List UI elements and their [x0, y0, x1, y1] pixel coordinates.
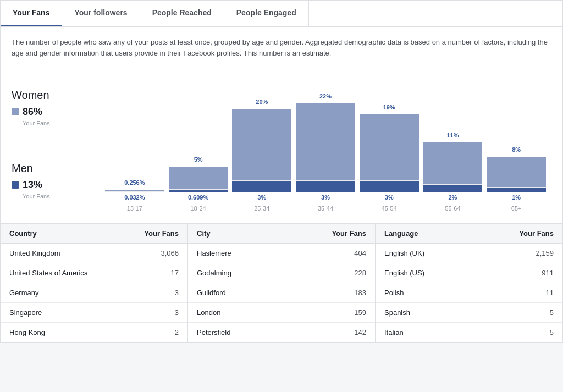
- women-pct: 86%: [12, 106, 100, 118]
- table-row: Polish11: [376, 283, 562, 303]
- bar-group: 20%3%25-34: [232, 98, 291, 212]
- country-table-header: Country Your Fans: [1, 224, 187, 244]
- women-label: Women: [12, 89, 100, 102]
- women-pct-label: 8%: [512, 146, 521, 155]
- table-cell-value: 159: [354, 308, 366, 317]
- table-cell-name: English (US): [384, 269, 424, 277]
- table-cell-value: 183: [354, 289, 366, 297]
- table-cell-value: 3: [175, 289, 179, 297]
- table-cell-name: English (UK): [384, 249, 424, 257]
- women-pct-label: 20%: [256, 98, 268, 107]
- table-row: Godalming228: [188, 263, 375, 283]
- table-cell-value: 228: [354, 269, 366, 277]
- table-cell-value: 911: [542, 269, 554, 277]
- men-pct-label: 0.032%: [124, 194, 145, 203]
- women-bar: [360, 114, 419, 180]
- men-pct-label: 2%: [449, 194, 457, 203]
- women-bar: [232, 109, 291, 180]
- table-cell-value: 2: [175, 328, 179, 336]
- table-cell-value: 142: [354, 328, 366, 336]
- tab-people-engaged[interactable]: People Engaged: [224, 1, 309, 26]
- bar-group: 8%1%65+: [487, 146, 546, 212]
- country-rows: United Kingdom3,066United States of Amer…: [1, 244, 187, 342]
- women-pct-label: 22%: [319, 93, 332, 102]
- table-row: United States of America17: [1, 263, 187, 283]
- table-cell-value: 3: [175, 308, 179, 317]
- men-pct-label: 3%: [321, 194, 330, 203]
- men-pct: 13%: [12, 179, 100, 191]
- table-cell-value: 404: [354, 249, 366, 257]
- city-table-header: City Your Fans: [188, 224, 375, 244]
- table-cell-name: Guildford: [197, 289, 226, 297]
- city-col1-header: City: [197, 229, 211, 238]
- bar-group: 0.256%0.032%13-17: [105, 179, 164, 212]
- table-row: United Kingdom3,066: [1, 244, 187, 263]
- women-pct-label: 5%: [194, 156, 203, 165]
- table-cell-value: 17: [171, 269, 179, 277]
- men-bar: [105, 192, 164, 192]
- bar-group: 5%0.609%18-24: [169, 156, 228, 212]
- men-pct-label: 3%: [385, 194, 394, 203]
- women-bar: [487, 157, 546, 187]
- tab-your-followers[interactable]: Your followers: [62, 1, 140, 26]
- table-cell-value: 5: [550, 308, 554, 317]
- bar-group: 11%2%55-64: [423, 132, 483, 212]
- bar-chart: 0.256%0.032%13-175%0.609%18-2420%3%25-34…: [100, 76, 551, 212]
- tables-section: Country Your Fans United Kingdom3,066Uni…: [1, 223, 562, 342]
- language-col1-header: Language: [384, 229, 418, 238]
- table-cell-name: United Kingdom: [9, 249, 60, 257]
- tab-people-reached[interactable]: People Reached: [140, 1, 224, 26]
- men-label: Men: [12, 162, 100, 175]
- men-bar: [423, 185, 483, 192]
- table-row: London159: [188, 303, 375, 323]
- language-col2-header: Your Fans: [519, 229, 554, 238]
- table-cell-name: United States of America: [9, 269, 88, 277]
- men-sub: Your Fans: [23, 193, 100, 200]
- women-bar: [169, 167, 228, 189]
- table-cell-value: 11: [546, 289, 554, 297]
- description-text: The number of people who saw any of your…: [1, 27, 562, 65]
- table-row: Haslemere404: [188, 244, 375, 263]
- table-cell-value: 2,159: [536, 249, 554, 257]
- table-row: Guildford183: [188, 283, 375, 303]
- age-label: 18-24: [191, 205, 206, 212]
- men-percentage: 13%: [23, 179, 42, 191]
- table-row: Hong Kong2: [1, 323, 187, 342]
- table-cell-name: Singapore: [9, 308, 42, 317]
- bar-group: 22%3%35-44: [296, 93, 355, 212]
- women-bar: [423, 142, 483, 184]
- men-bar: [169, 190, 228, 192]
- men-pct-label: 1%: [512, 194, 521, 203]
- men-legend: Men 13% Your Fans: [12, 162, 100, 200]
- table-cell-name: Germany: [9, 289, 38, 297]
- city-col2-header: Your Fans: [332, 229, 366, 238]
- women-pct-label: 0.256%: [124, 179, 145, 188]
- country-table: Country Your Fans United Kingdom3,066Uni…: [1, 224, 188, 342]
- chart-legend: Women 86% Your Fans Men 13% Your Fans: [12, 76, 100, 212]
- table-cell-value: 5: [550, 328, 554, 336]
- women-sub: Your Fans: [23, 120, 100, 126]
- men-bar: [360, 181, 419, 192]
- age-label: 45-54: [382, 205, 397, 212]
- chart-section: Women 86% Your Fans Men 13% Your Fans 0.…: [1, 65, 562, 223]
- table-row: Germany3: [1, 283, 187, 303]
- table-row: English (UK)2,159: [376, 244, 562, 263]
- tab-your-fans[interactable]: Your Fans: [1, 1, 62, 26]
- men-swatch: [12, 181, 19, 189]
- tabs: Your Fans Your followers People Reached …: [1, 1, 562, 27]
- table-cell-value: 3,066: [161, 249, 179, 257]
- city-rows: Haslemere404Godalming228Guildford183Lond…: [188, 244, 375, 342]
- bars-wrapper: 0.256%0.032%13-175%0.609%18-2420%3%25-34…: [100, 76, 551, 212]
- men-pct-label: 3%: [257, 194, 266, 203]
- language-table-header: Language Your Fans: [376, 224, 562, 244]
- language-rows: English (UK)2,159English (US)911Polish11…: [376, 244, 562, 342]
- table-row: Petersfield142: [188, 323, 375, 342]
- city-table: City Your Fans Haslemere404Godalming228G…: [188, 224, 376, 342]
- women-legend: Women 86% Your Fans: [12, 89, 100, 126]
- age-label: 13-17: [127, 205, 142, 212]
- table-row: English (US)911: [376, 263, 562, 283]
- table-cell-name: Petersfield: [197, 328, 230, 336]
- table-cell-name: Haslemere: [197, 249, 231, 257]
- table-cell-name: Godalming: [197, 269, 231, 277]
- men-bar: [487, 188, 546, 192]
